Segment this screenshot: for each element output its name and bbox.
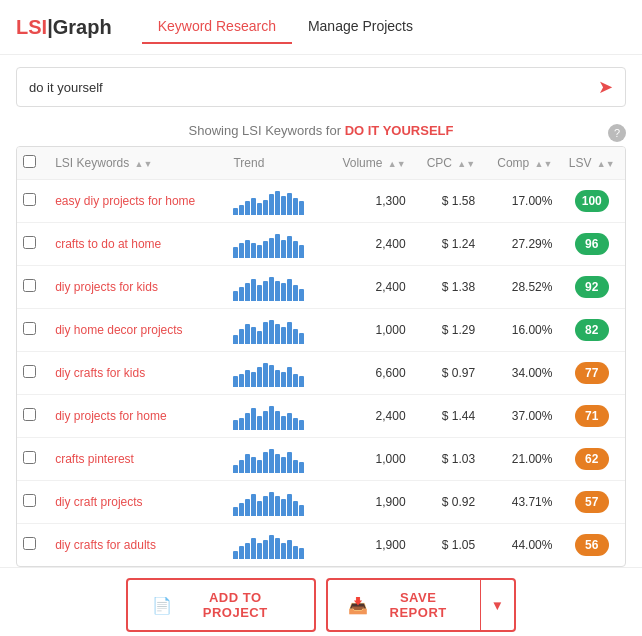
keyword-link[interactable]: crafts pinterest <box>55 452 134 466</box>
trend-bar <box>287 367 292 387</box>
row-checkbox-cell <box>17 395 49 438</box>
help-icon[interactable]: ? <box>608 124 626 142</box>
row-checkbox[interactable] <box>23 365 36 378</box>
keyword-link[interactable]: diy craft projects <box>55 495 142 509</box>
nav-manage-projects[interactable]: Manage Projects <box>292 10 429 44</box>
row-checkbox[interactable] <box>23 193 36 206</box>
trend-bar <box>275 454 280 473</box>
lsv-badge: 62 <box>575 448 609 470</box>
trend-bar <box>251 327 256 344</box>
row-checkbox[interactable] <box>23 279 36 292</box>
row-checkbox[interactable] <box>23 236 36 249</box>
logo-graph: Graph <box>53 16 112 38</box>
row-volume: 6,600 <box>325 352 411 395</box>
table-row: diy projects for home 2,400 $ 1.44 37.00… <box>17 395 625 438</box>
trend-bar <box>287 193 292 215</box>
row-trend <box>227 180 325 223</box>
trend-bar <box>263 241 268 258</box>
lsv-badge: 92 <box>575 276 609 298</box>
trend-bar <box>263 200 268 215</box>
trend-chart <box>233 273 319 301</box>
trend-bar <box>233 247 238 258</box>
trend-bar <box>263 363 268 387</box>
add-to-project-button[interactable]: 📄 ADD TO PROJECT <box>126 578 316 632</box>
col-header-lsv[interactable]: LSV ▲▼ <box>558 147 625 180</box>
search-input[interactable] <box>29 80 598 95</box>
keyword-link[interactable]: diy projects for home <box>55 409 166 423</box>
row-checkbox[interactable] <box>23 494 36 507</box>
trend-bar <box>281 499 286 516</box>
row-volume: 2,400 <box>325 266 411 309</box>
trend-bar <box>299 333 304 344</box>
row-keyword: diy home decor projects <box>49 309 227 352</box>
trend-bar <box>293 460 298 473</box>
lsv-badge: 56 <box>575 534 609 556</box>
trend-bar <box>233 420 238 430</box>
trend-bar <box>287 322 292 344</box>
trend-bar <box>269 449 274 473</box>
row-cpc: $ 1.44 <box>412 395 482 438</box>
trend-bar <box>233 465 238 473</box>
row-cpc: $ 1.38 <box>412 266 482 309</box>
nav-keyword-research[interactable]: Keyword Research <box>142 10 292 44</box>
row-checkbox[interactable] <box>23 322 36 335</box>
trend-bar <box>251 279 256 301</box>
trend-bar <box>269 277 274 301</box>
trend-bar <box>233 291 238 301</box>
trend-bar <box>233 507 238 516</box>
row-lsv: 92 <box>558 266 625 309</box>
lsv-badge: 82 <box>575 319 609 341</box>
table-row: crafts to do at home 2,400 $ 1.24 27.29%… <box>17 223 625 266</box>
row-checkbox[interactable] <box>23 537 36 550</box>
trend-bar <box>269 406 274 430</box>
row-checkbox[interactable] <box>23 451 36 464</box>
trend-bar <box>251 408 256 430</box>
keyword-link[interactable]: diy crafts for adults <box>55 538 156 552</box>
logo: LSI|Graph <box>16 16 112 39</box>
trend-chart <box>233 488 319 516</box>
trend-bar <box>281 283 286 301</box>
trend-bar <box>239 460 244 473</box>
row-cpc: $ 1.05 <box>412 524 482 567</box>
keyword-link[interactable]: crafts to do at home <box>55 237 161 251</box>
trend-bar <box>245 543 250 559</box>
row-trend <box>227 352 325 395</box>
row-volume: 1,900 <box>325 524 411 567</box>
sort-arrows-comp: ▲▼ <box>535 159 553 169</box>
add-to-project-label: ADD TO PROJECT <box>181 590 291 620</box>
showing-line: Showing LSI Keywords for DO IT YOURSELF … <box>0 119 642 146</box>
col-header-cpc[interactable]: CPC ▲▼ <box>412 147 482 180</box>
search-submit-icon[interactable]: ➤ <box>598 76 613 98</box>
trend-chart <box>233 230 319 258</box>
sort-arrows-keyword: ▲▼ <box>135 159 153 169</box>
row-comp: 21.00% <box>481 438 558 481</box>
row-checkbox[interactable] <box>23 408 36 421</box>
row-trend <box>227 524 325 567</box>
trend-bar <box>239 418 244 430</box>
trend-chart <box>233 531 319 559</box>
keyword-link[interactable]: diy crafts for kids <box>55 366 145 380</box>
col-header-volume[interactable]: Volume ▲▼ <box>325 147 411 180</box>
trend-bar <box>239 546 244 559</box>
trend-bar <box>275 234 280 258</box>
col-header-trend: Trend <box>227 147 325 180</box>
trend-bar <box>233 335 238 344</box>
keyword-link[interactable]: diy projects for kids <box>55 280 158 294</box>
save-report-button[interactable]: 📥 SAVE REPORT <box>326 578 480 632</box>
trend-bar <box>293 329 298 344</box>
trend-bar <box>293 241 298 258</box>
row-checkbox-cell <box>17 223 49 266</box>
trend-bar <box>245 370 250 387</box>
trend-bar <box>299 462 304 473</box>
save-report-dropdown-button[interactable]: ▼ <box>480 578 516 632</box>
col-header-keyword[interactable]: LSI Keywords ▲▼ <box>49 147 227 180</box>
col-header-comp[interactable]: Comp ▲▼ <box>481 147 558 180</box>
trend-bar <box>299 289 304 301</box>
footer: 📄 ADD TO PROJECT 📥 SAVE REPORT ▼ <box>0 567 642 636</box>
trend-bar <box>281 240 286 258</box>
save-report-label: SAVE REPORT <box>377 590 460 620</box>
select-all-checkbox[interactable] <box>23 155 36 168</box>
keyword-link[interactable]: diy home decor projects <box>55 323 182 337</box>
row-keyword: diy crafts for kids <box>49 352 227 395</box>
keyword-link[interactable]: easy diy projects for home <box>55 194 195 208</box>
